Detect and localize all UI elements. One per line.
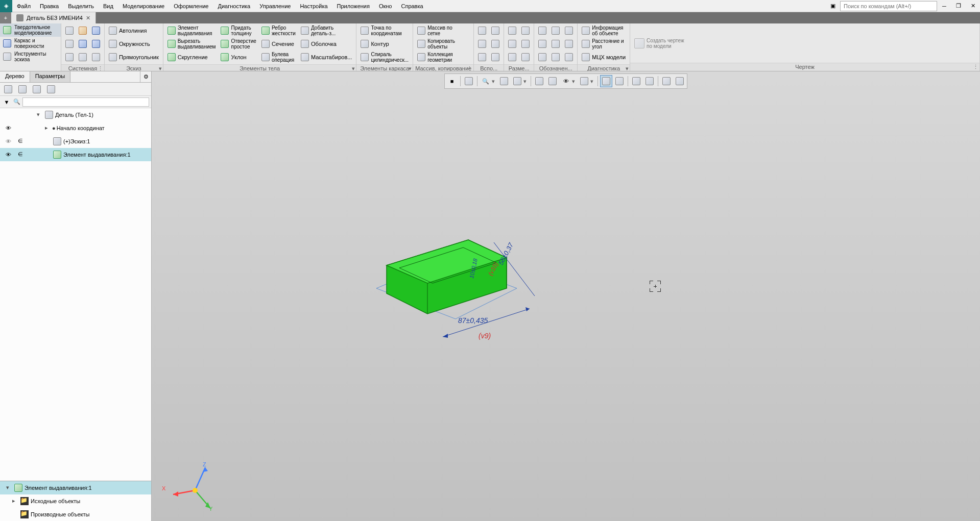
window-close-button[interactable]: ✕ <box>966 0 980 12</box>
add-part-button[interactable]: Добавить деталь-з... <box>299 24 354 37</box>
fillet-button[interactable]: Скругление <box>165 51 218 63</box>
aux-btn-6[interactable] <box>489 51 501 63</box>
array-grid-button[interactable]: Массив по сетке <box>415 24 457 37</box>
tree-row-origin[interactable]: 👁 ▸ ● Начало координат <box>0 121 151 135</box>
collection-button[interactable]: Коллекция геометрии <box>415 51 457 63</box>
draft-button[interactable]: Уклон <box>219 51 258 63</box>
tree-row-part[interactable]: ▾ Деталь (Тел-1) <box>0 108 151 121</box>
dim-btn-6[interactable] <box>519 51 532 63</box>
tab-close-button[interactable]: ✕ <box>86 15 90 21</box>
aux-btn-1[interactable] <box>476 24 488 37</box>
tree-search-input[interactable] <box>22 97 149 107</box>
tree-filter-button[interactable]: ▼ <box>2 97 11 107</box>
dim-btn-4[interactable] <box>519 24 532 37</box>
des-btn-7[interactable] <box>563 24 575 37</box>
circle-button[interactable]: Окружность <box>107 38 161 50</box>
contour-button[interactable]: Контур <box>358 38 411 50</box>
save-button[interactable] <box>90 24 102 37</box>
tree-detail-derived[interactable]: 📁 Производные объекты <box>0 508 151 521</box>
vt-grid[interactable] <box>613 75 626 87</box>
scale-button[interactable]: Масштабиров... <box>299 51 354 63</box>
thickness-button[interactable]: Придать толщину <box>219 24 258 37</box>
des-btn-9[interactable] <box>563 51 575 63</box>
menu-select[interactable]: Выделить <box>63 1 99 11</box>
visibility-icon[interactable]: 👁 <box>2 152 14 158</box>
des-btn-2[interactable] <box>536 38 548 50</box>
panel-settings-button[interactable]: ⚙ <box>140 71 151 82</box>
menu-edit[interactable]: Правка <box>35 1 63 11</box>
des-btn-5[interactable] <box>549 38 562 50</box>
command-search-input[interactable] <box>840 1 937 11</box>
menu-view[interactable]: Вид <box>99 1 118 11</box>
mode-sketch[interactable]: Инструменты эскиза <box>0 50 61 63</box>
des-btn-3[interactable] <box>536 51 548 63</box>
menu-layout[interactable]: Оформление <box>169 1 213 11</box>
distance-button[interactable]: Расстояние и угол <box>580 38 628 50</box>
new-tab-button[interactable]: + <box>0 12 11 23</box>
create-drawing-button[interactable]: Создать чертеж по модели <box>632 37 686 49</box>
tree-tool-3[interactable] <box>31 83 43 95</box>
menu-diagnostics[interactable]: Диагностика <box>213 1 255 11</box>
dim-btn-5[interactable] <box>519 38 532 50</box>
menu-modeling[interactable]: Моделирование <box>118 1 169 11</box>
vt-snap[interactable] <box>600 75 612 87</box>
section-label-diag[interactable]: Диагностика▾ <box>578 64 630 71</box>
tree-tool-2[interactable] <box>16 83 29 95</box>
vt-visibility[interactable]: 👁 <box>560 75 572 87</box>
autoline-button[interactable]: Автолиния <box>107 24 161 37</box>
include-icon[interactable]: ∈ <box>14 151 27 158</box>
boolean-button[interactable]: Булева операция <box>259 51 298 63</box>
vt-pan[interactable] <box>498 75 510 87</box>
aux-btn-3[interactable] <box>476 51 488 63</box>
section-label-sketch[interactable]: Эскиз▾ <box>105 64 163 71</box>
des-btn-1[interactable] <box>536 24 548 37</box>
vt-tool-c[interactable] <box>660 75 673 87</box>
aux-btn-2[interactable] <box>476 38 488 50</box>
extrude-button[interactable]: Элемент выдавливания <box>165 24 218 37</box>
dim-btn-3[interactable] <box>506 51 518 63</box>
3d-viewport[interactable]: ■ 🔍▾ ▾ 👁▾ ▾ <box>152 71 980 521</box>
section-button[interactable]: Сечение <box>259 38 298 50</box>
copy-button[interactable] <box>77 51 89 63</box>
tree-detail-source[interactable]: ▸ 📁 Исходные объекты <box>0 494 151 508</box>
tree-detail-root[interactable]: ▾ Элемент выдавливания:1 <box>0 481 151 494</box>
aux-btn-5[interactable] <box>489 38 501 50</box>
aux-btn-4[interactable] <box>489 24 501 37</box>
rectangle-button[interactable]: Прямоугольник <box>107 51 161 63</box>
menu-settings[interactable]: Настройка <box>295 1 332 11</box>
window-minimize-button[interactable]: ─ <box>937 0 951 12</box>
vt-stop[interactable]: ■ <box>446 75 458 87</box>
new-file-button[interactable] <box>63 24 76 37</box>
des-btn-6[interactable] <box>549 51 562 63</box>
vt-rotate[interactable] <box>511 75 523 87</box>
des-btn-4[interactable] <box>549 24 562 37</box>
dim-btn-1[interactable] <box>506 24 518 37</box>
visibility-icon[interactable]: 👁 <box>2 125 14 131</box>
vt-view-cube[interactable] <box>533 75 545 87</box>
tree-tool-1[interactable] <box>2 83 14 95</box>
mode-solid[interactable]: Твердотельное моделирование <box>0 23 61 37</box>
dim-btn-2[interactable] <box>506 38 518 50</box>
tree-row-extrusion[interactable]: 👁 ∈ Элемент выдавливания:1 <box>0 148 151 161</box>
tool-btn[interactable] <box>63 51 76 63</box>
tree-tool-4[interactable] <box>45 83 57 95</box>
window-maximize-button[interactable]: ❐ <box>951 0 966 12</box>
cut-extrude-button[interactable]: Вырезать выдавливанием <box>165 38 218 50</box>
rib-button[interactable]: Ребро жесткости <box>259 24 298 37</box>
section-label-wire[interactable]: Элементы каркаса▾ <box>356 64 413 71</box>
visibility-hidden-icon[interactable]: 👁 <box>2 138 14 144</box>
tree-row-sketch[interactable]: 👁 ∈ (+)Эскиз:1 <box>0 135 151 148</box>
layout-toggle-icon[interactable]: ▣ <box>826 0 840 12</box>
document-tab[interactable]: Деталь БЕЗ ИМЕНИ4 ✕ <box>11 12 96 23</box>
mode-surface[interactable]: Каркас и поверхности <box>0 37 61 50</box>
copy-objects-button[interactable]: Копировать объекты <box>415 38 457 50</box>
hole-button[interactable]: Отверстие простое <box>219 38 258 50</box>
helix-button[interactable]: Спираль цилиндрическ... <box>358 51 411 63</box>
redo-button[interactable] <box>90 38 102 50</box>
vt-zoom[interactable]: 🔍 <box>480 75 492 87</box>
menu-file[interactable]: Файл <box>12 1 35 11</box>
paste-button[interactable] <box>90 51 102 63</box>
vt-tool-a[interactable] <box>630 75 642 87</box>
shell-button[interactable]: Оболочка <box>299 38 354 50</box>
print-button[interactable] <box>63 38 76 50</box>
